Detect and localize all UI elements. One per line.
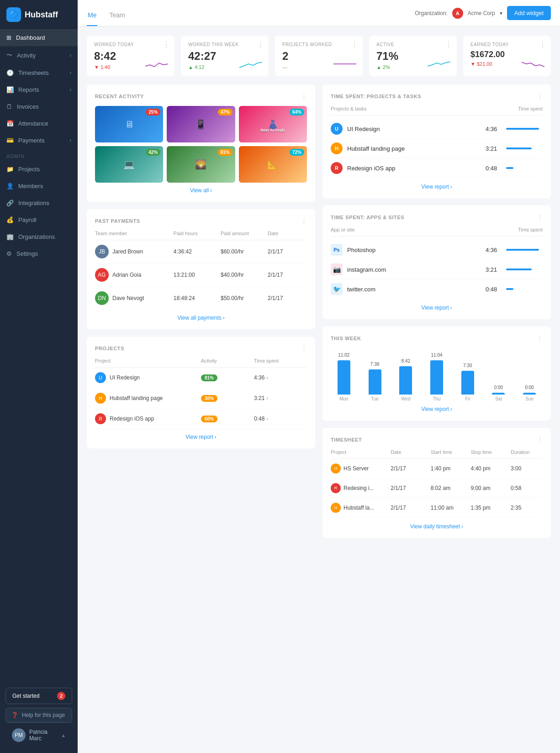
sidebar-item-integrations[interactable]: 🔗 Integrations [0, 195, 78, 211]
more-options-icon[interactable]: ⋮ [445, 40, 452, 49]
help-label: Help for this page [22, 712, 65, 718]
sparkline [145, 59, 168, 70]
timesheets-icon: 🕐 [6, 69, 14, 76]
sidebar-item-label: Payroll [18, 216, 37, 223]
projects-card: PROJECTS ⋮ Project Activity Time spent U [87, 337, 315, 448]
sidebar-item-invoices[interactable]: 🗒 Invoices [0, 98, 78, 115]
sidebar-item-members[interactable]: 👤 Members [0, 178, 78, 195]
sparkline [522, 59, 544, 70]
dashboard-grid: RECENT ACTIVITY ⋮ 🖥 25% 📱 47% [87, 84, 551, 538]
sidebar-item-label: Reports [18, 86, 39, 93]
sparkline [239, 59, 262, 70]
chevron-icon: ‹ [70, 87, 71, 92]
timesheet-table: Project Date Start time Stop time Durati… [331, 449, 543, 518]
card-title: THIS WEEK [331, 336, 361, 341]
invoices-icon: 🗒 [6, 103, 12, 110]
add-widget-button[interactable]: Add widget [507, 6, 551, 20]
view-all-payments-link[interactable]: View all payments › [95, 315, 307, 321]
more-options-icon[interactable]: ⋮ [301, 217, 307, 224]
sidebar-item-label: Attendance [18, 120, 48, 127]
sidebar-item-projects[interactable]: 📁 Projects [0, 161, 78, 178]
more-options-icon[interactable]: ⋮ [163, 40, 170, 49]
recent-activity-card: RECENT ACTIVITY ⋮ 🖥 25% 📱 47% [87, 84, 315, 202]
stat-worked-today: ⋮ WORKED TODAY 8:42 ▼ 1:40 [87, 36, 174, 76]
sidebar-item-activity[interactable]: 〜 Activity ‹ [0, 46, 78, 64]
tabs: Me Team [87, 0, 126, 26]
view-report-link[interactable]: View report › [331, 406, 543, 412]
org-name: Acme Corp [468, 10, 495, 16]
sidebar-item-label: Activity [17, 52, 36, 59]
logo-text: Hubstaff [25, 10, 58, 20]
sidebar-item-settings[interactable]: ⚙ Settings [0, 245, 78, 262]
view-report-link[interactable]: View report › [95, 434, 307, 440]
past-payments-card: PAST PAYMENTS ⋮ Team member Paid hours P… [87, 209, 315, 329]
more-options-icon[interactable]: ⋮ [537, 93, 543, 100]
more-options-icon[interactable]: ⋮ [537, 214, 543, 221]
view-daily-timesheet-link[interactable]: View daily timesheet › [331, 523, 543, 530]
org-badge: A [452, 8, 463, 19]
activity-badge: 81% [201, 374, 217, 381]
sidebar-item-label: Dashboard [16, 34, 45, 41]
more-options-icon[interactable]: ⋮ [537, 436, 543, 443]
time-table: Projects & tasks Time spent U UI Redesig… [331, 106, 543, 178]
app-icon: 📷 [331, 263, 343, 275]
sidebar-item-label: Payments [18, 137, 45, 144]
sidebar-item-organizations[interactable]: 🏢 Organizations [0, 228, 78, 245]
activity-badge: 60% [201, 416, 217, 422]
sidebar-item-payments[interactable]: 💳 Payments ‹ [0, 132, 78, 149]
card-header: RECENT ACTIVITY ⋮ [95, 93, 307, 100]
thumbnail-2[interactable]: 📱 47% [167, 106, 235, 142]
reports-icon: 📊 [6, 86, 14, 93]
timesheet-row: H Hubstaff la... 2/1/17 11:00 am 1:35 pm… [331, 498, 543, 518]
tab-team[interactable]: Team [108, 11, 126, 26]
tab-me[interactable]: Me [87, 11, 97, 26]
more-options-icon[interactable]: ⋮ [257, 40, 264, 49]
card-header: THIS WEEK ⋮ [331, 335, 543, 342]
stat-projects: ⋮ PROJECTS WORKED 2 — [275, 36, 363, 76]
view-report-link[interactable]: View report › [331, 184, 543, 190]
top-bar: Me Team Organization: A Acme Corp ▾ Add … [78, 0, 560, 26]
card-title: TIME SPENT: APPS & SITES [331, 215, 404, 220]
time-bar [506, 147, 532, 149]
view-report-link[interactable]: View report › [331, 305, 543, 311]
sidebar-item-reports[interactable]: 📊 Reports ‹ [0, 81, 78, 98]
time-row: Ps Photoshop 4:36 [331, 240, 543, 260]
card-title: PAST PAYMENTS [95, 218, 140, 224]
timesheet-header: Project Date Start time Stop time Durati… [331, 449, 543, 459]
avatar: H [331, 463, 341, 474]
time-table-header: Projects & tasks Time spent [331, 106, 543, 116]
sidebar-nav: ⊞ Dashboard 〜 Activity ‹ 🕐 Timesheets ‹ … [0, 29, 78, 682]
avatar: JB [95, 245, 109, 258]
more-options-icon[interactable]: ⋮ [537, 335, 543, 342]
thumbnail-1[interactable]: 🖥 25% [95, 106, 163, 142]
sparkline [428, 59, 450, 70]
time-bar [506, 288, 513, 290]
stat-label: WORKED TODAY [94, 42, 167, 47]
time-bar [506, 167, 513, 169]
thumbnail-4[interactable]: 💻 42% [95, 146, 163, 183]
card-header: TIME SPENT: PROJECTS & TASKS ⋮ [331, 93, 543, 100]
more-options-icon[interactable]: ⋮ [351, 40, 358, 49]
view-all-link[interactable]: View all › [95, 187, 307, 194]
sidebar-item-label: Projects [18, 166, 40, 173]
sidebar-item-dashboard[interactable]: ⊞ Dashboard [0, 29, 78, 46]
thumbnail-6[interactable]: 📐 72% [239, 146, 307, 183]
sidebar-item-label: Timesheets [18, 69, 49, 76]
card-title: PROJECTS [95, 346, 124, 351]
get-started-button[interactable]: Get started 2 [5, 688, 72, 704]
activity-badge: 72% [290, 149, 304, 156]
week-bar-mon: 11:02 Mon [331, 353, 357, 401]
sidebar-item-payroll[interactable]: 💰 Payroll [0, 211, 78, 228]
thumbnail-3[interactable]: 👗 64% New Arrivals [239, 106, 307, 142]
time-bar [506, 249, 539, 251]
user-profile[interactable]: PM Patricia Marc ▲ [5, 722, 72, 748]
thumbnail-5[interactable]: 🌄 81% [167, 146, 235, 183]
more-options-icon[interactable]: ⋮ [539, 40, 546, 49]
card-header: TIMESHEET ⋮ [331, 436, 543, 443]
sidebar-item-attendance[interactable]: 📅 Attendance [0, 115, 78, 132]
help-button[interactable]: ❓ Help for this page [5, 708, 72, 722]
more-options-icon[interactable]: ⋮ [301, 93, 307, 100]
more-options-icon[interactable]: ⋮ [301, 345, 307, 352]
sidebar-item-timesheets[interactable]: 🕐 Timesheets ‹ [0, 64, 78, 81]
project-icon: H [331, 142, 343, 154]
